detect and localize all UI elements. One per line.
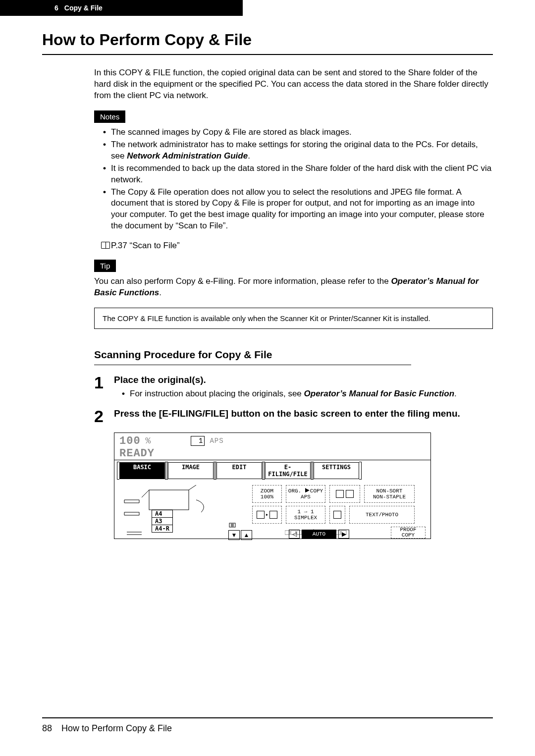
org-copy-button[interactable]: ORG. ⯈COPY APS — [286, 485, 325, 503]
tab-image[interactable]: IMAGE — [168, 462, 214, 479]
tab-bar: BASIC IMAGE EDIT E-FILING/FILE SETTINGS — [114, 460, 430, 481]
step-sub-item: For instruction about placing the origin… — [122, 388, 493, 400]
tab-basic[interactable]: BASIC — [119, 462, 165, 479]
tip-label: Tip — [94, 260, 116, 272]
text-photo-button[interactable]: TEXT/PHOTO — [349, 506, 415, 524]
chapter-header: 6 Copy & File — [0, 0, 243, 16]
percent-symbol: % — [146, 436, 152, 446]
step-1: 1 Place the original(s). For instruction… — [94, 374, 493, 400]
tab-efiling-file[interactable]: E-FILING/FILE — [265, 462, 311, 479]
density-lighter-button[interactable]: ◁ — [289, 530, 300, 539]
procedure-title: Scanning Procedure for Copy & File — [94, 349, 411, 365]
step-title: Press the [E-FILING/FILE] button on the … — [114, 408, 493, 420]
paper-size-a4r[interactable]: A4-R — [152, 525, 173, 533]
status-ready: READY — [119, 447, 426, 460]
footer-divider — [42, 717, 493, 718]
chapter-title: Copy & File — [64, 4, 103, 12]
auto-density-button[interactable]: AUTO — [302, 530, 336, 539]
zoom-percent: 100 — [119, 435, 141, 447]
aps-label: APS — [210, 437, 223, 445]
page-icon — [257, 511, 265, 519]
original-mode-icon — [329, 506, 345, 524]
svg-rect-0 — [149, 490, 189, 510]
copy-count-box: 1 — [191, 436, 205, 446]
chapter-number: 6 — [54, 4, 58, 12]
paper-size-a3[interactable]: A3 — [152, 517, 173, 525]
image-mode-icon — [333, 511, 341, 519]
step-2: 2 Press the [E-FILING/FILE] button on th… — [94, 408, 493, 425]
svg-line-1 — [142, 490, 149, 497]
note-item: The scanned images by Copy & File are st… — [103, 127, 493, 138]
page-title: How to Perform Copy & File — [42, 31, 493, 55]
notes-label: Notes — [94, 110, 125, 123]
arrow-down-button[interactable]: ▼ — [228, 530, 240, 540]
finishing-icon — [329, 485, 360, 503]
note-item: The Copy & File operation does not allow… — [103, 187, 493, 232]
proof-copy-button[interactable]: PROOF COPY — [391, 527, 426, 539]
tab-edit[interactable]: EDIT — [216, 462, 262, 479]
book-icon — [101, 242, 110, 249]
simplex-button[interactable]: 1 → 1 SIMPLEX — [286, 506, 325, 524]
tray-icon — [346, 490, 354, 498]
printer-diagram: A4 A3 A4-R — [119, 485, 228, 544]
note-item: It is recommended to back up the data st… — [103, 163, 493, 186]
note-item: The network administrator has to make se… — [103, 139, 493, 162]
sort-staple-button[interactable]: NON-SORT NON-STAPLE — [364, 485, 415, 503]
tip-paragraph: You can also perform Copy & e-Filing. Fo… — [94, 276, 493, 299]
page-icon — [269, 511, 277, 519]
intro-paragraph: In this COPY & FILE function, the copied… — [94, 67, 493, 102]
step-number: 2 — [94, 408, 114, 425]
cross-reference: P.37 “Scan to File” — [94, 241, 493, 251]
lcd-screenshot-figure: 100 % 1 APS READY BASIC IMAGE EDIT E-FIL… — [114, 432, 431, 539]
paper-size-a4[interactable]: A4 — [152, 510, 173, 518]
zoom-button[interactable]: ZOOM 100% — [252, 485, 282, 503]
density-darker-button[interactable]: ▶ — [338, 530, 349, 539]
step-number: 1 — [94, 374, 114, 391]
tab-settings[interactable]: SETTINGS — [314, 462, 359, 479]
duplex-icon-button[interactable]: ▸ — [252, 506, 282, 524]
step-sublist: For instruction about placing the origin… — [114, 388, 493, 400]
arrow-up-button[interactable]: ▲ — [241, 530, 252, 540]
notes-list: The scanned images by Copy & File are st… — [94, 127, 493, 232]
svg-line-2 — [189, 485, 196, 490]
page-footer: 88 How to Perform Copy & File — [42, 723, 172, 734]
footer-title: How to Perform Copy & File — [61, 723, 172, 733]
page-number: 88 — [42, 723, 52, 733]
step-title: Place the original(s). — [114, 374, 493, 386]
availability-note-box: The COPY & FILE function is available on… — [94, 308, 493, 329]
tray-icon — [336, 490, 344, 498]
